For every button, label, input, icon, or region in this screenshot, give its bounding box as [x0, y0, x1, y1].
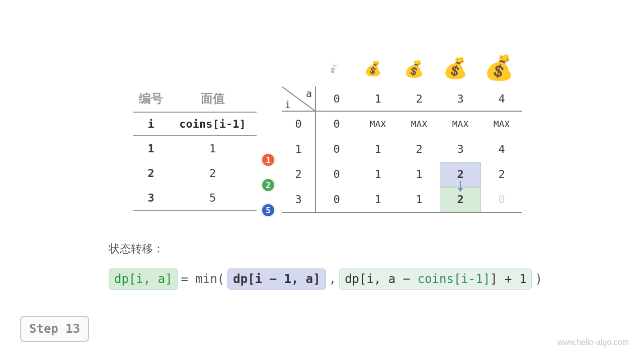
coins-row-i: 1	[133, 142, 169, 155]
dp-row: 0 1 1 2 0	[316, 187, 522, 212]
dp-cell: MAX	[398, 112, 440, 137]
coins-head-index: 编号	[133, 90, 169, 107]
moneybag-icon: 💰	[484, 53, 507, 82]
coins-head-value: 面值	[169, 90, 257, 107]
dp-row-labels: 0 1 2 3	[282, 112, 316, 212]
formula-eq: = min(	[181, 272, 225, 286]
dp-cell: 1	[398, 187, 440, 212]
dp-row-label: 1	[282, 137, 315, 162]
dp-axis-i-label: i	[285, 99, 291, 111]
dp-header-cell: 4	[481, 86, 522, 111]
formula-label: 状态转移：	[109, 241, 542, 256]
formula-comma: ,	[329, 272, 336, 286]
coins-row-i: 3	[133, 192, 169, 204]
formula-close: )	[535, 272, 542, 286]
dp-row: 0 1 1 2 2	[316, 162, 522, 187]
dp-cell: 0	[316, 187, 357, 212]
dp-header-cell: 0	[316, 86, 357, 111]
coin-badge-1-icon: 1	[261, 152, 276, 167]
coin-badge-5-icon: 5	[261, 203, 276, 218]
coins-table-body: 1 1 2 2 3 5	[133, 136, 257, 211]
coins-row: 1 1	[133, 136, 257, 161]
dp-header-cell: 3	[440, 86, 481, 111]
coins-row-i: 2	[133, 167, 169, 179]
moneybag-icon: 💰	[443, 56, 466, 80]
formula-arg2-post: ] + 1	[490, 272, 526, 286]
coins-row-v: 2	[169, 167, 257, 179]
transition-formula: dp[i, a] = min( dp[i − 1, a] , dp[i, a −…	[109, 268, 542, 290]
dp-cell: 0	[316, 162, 357, 187]
dp-cell: 4	[481, 137, 522, 162]
dp-axis-a-label: a	[306, 87, 312, 100]
dp-cell: 2	[481, 162, 522, 187]
dp-cell: 3	[440, 137, 481, 162]
moneybag-icon: 💰	[403, 59, 426, 78]
dp-header-cell: 1	[357, 86, 398, 111]
step-badge: Step 13	[20, 316, 89, 342]
dp-cell: 1	[357, 187, 398, 212]
dp-axis-corner: a i	[282, 86, 316, 112]
dp-cell: MAX	[440, 112, 481, 137]
dp-row: 0 1 2 3 4	[316, 137, 522, 162]
dp-cell: MAX	[357, 112, 398, 137]
coins-table-subhead: i coins[i-1]	[133, 113, 257, 136]
coins-row-v: 1	[169, 142, 257, 155]
formula-arg2-coins: coins[i-1]	[418, 272, 491, 286]
formula-lhs: dp[i, a]	[109, 268, 178, 290]
moneybag-empty-icon: 💰	[321, 62, 344, 75]
dp-header-cell: 2	[398, 86, 440, 111]
dp-row-label: 0	[282, 112, 315, 137]
formula-section: 状态转移： dp[i, a] = min( dp[i − 1, a] , dp[…	[109, 241, 542, 290]
dp-bottom-rule	[282, 212, 522, 213]
dp-cell-target: 2	[440, 187, 481, 212]
dp-cell: MAX	[481, 112, 522, 137]
watermark: www.hello-algo.com	[557, 338, 629, 347]
coins-table-head: 编号 面值	[133, 90, 257, 113]
dp-cell: 2	[398, 137, 440, 162]
dp-row-label: 3	[282, 187, 315, 212]
dp-cell: 1	[357, 162, 398, 187]
coins-table: 编号 面值 i coins[i-1] 1 1 2 2 3 5	[133, 90, 257, 211]
formula-arg2: dp[i, a − coins[i-1]] + 1	[339, 268, 532, 290]
dp-header-row: 0 1 2 3 4	[316, 86, 522, 112]
coins-sub-index: i	[133, 118, 169, 130]
moneybag-icon: 💰	[361, 60, 384, 77]
coins-row: 3 5	[133, 186, 257, 210]
dp-row: 0 MAX MAX MAX MAX	[316, 112, 522, 137]
coin-badge-2-icon: 2	[261, 177, 276, 193]
formula-arg2-pre: dp[i, a −	[345, 272, 418, 286]
dp-cell: 0	[316, 112, 357, 137]
dp-cell-source: 2	[440, 162, 481, 187]
coins-sub-value: coins[i-1]	[169, 118, 257, 130]
coins-row-v: 5	[169, 192, 257, 204]
formula-arg1: dp[i − 1, a]	[227, 268, 326, 290]
dp-cell-pending: 0	[481, 187, 522, 212]
dp-cell: 1	[357, 137, 398, 162]
dp-grid: 0 MAX MAX MAX MAX 0 1 2 3 4 0 1 1 2 2	[316, 112, 522, 212]
dp-row-label: 2	[282, 162, 315, 187]
coins-row: 2 2	[133, 161, 257, 186]
dp-cell: 1	[398, 162, 440, 187]
dp-cell: 0	[316, 137, 357, 162]
